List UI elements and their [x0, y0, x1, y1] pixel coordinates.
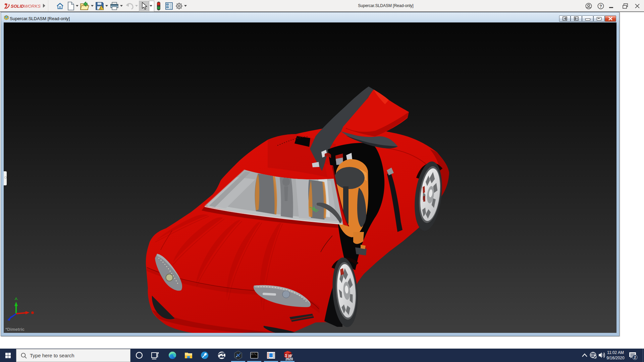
svg-text:?: ? [599, 4, 602, 9]
svg-text:2: 2 [634, 356, 636, 359]
svg-text:2020: 2020 [285, 357, 293, 361]
svg-text:!: ! [100, 7, 101, 10]
svg-text:C:\_: C:\_ [252, 353, 258, 356]
svg-text:SOLIDWORKS: SOLIDWORKS [11, 4, 41, 9]
